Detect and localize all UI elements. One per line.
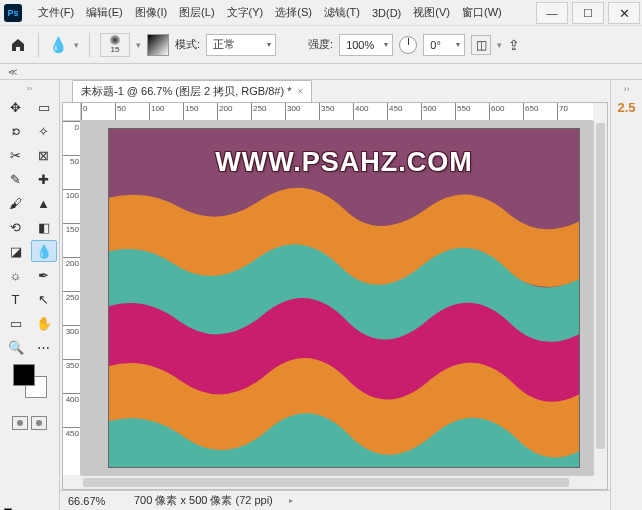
quickmask-mask-icon[interactable] (31, 416, 47, 430)
ruler-tick: 50 (63, 155, 80, 189)
heal-tool[interactable]: ✚ (31, 168, 57, 190)
edit-toolbar[interactable]: ⋯ (31, 336, 57, 358)
ruler-tick: 300 (63, 325, 80, 359)
collapse-strip[interactable]: ≪ (0, 64, 642, 80)
gradient-tool[interactable]: ◪ (3, 240, 29, 262)
foreground-color[interactable] (13, 364, 35, 386)
ruler-vertical[interactable]: 050100150200250300350400450 (63, 121, 81, 475)
options-bar: 💧 ▾ 15 ▾ 模式: 正常 强度: 100% 0° ◫ ▾ ⇪ (0, 26, 642, 64)
artwork (109, 129, 579, 467)
ruler-tick: 400 (63, 393, 80, 427)
menu-select[interactable]: 选择(S) (269, 2, 318, 23)
blend-gradient-icon[interactable] (147, 34, 169, 56)
dodge-tool[interactable]: ☼ (3, 264, 29, 286)
ruler-tick: 50 (115, 103, 149, 121)
status-dimensions[interactable]: 700 像素 x 500 像素 (72 ppi) (134, 493, 273, 508)
scrollbar-horizontal[interactable] (81, 475, 593, 489)
stamp-tool[interactable]: ▲ (31, 192, 57, 214)
minimize-button[interactable]: — (536, 2, 568, 24)
menu-type[interactable]: 文字(Y) (221, 2, 270, 23)
zoom-tool[interactable]: 🔍 (3, 336, 29, 358)
move-tool[interactable]: ✥ (3, 96, 29, 118)
ruler-tick: 650 (523, 103, 557, 121)
toolbox: ›› ✥ ▭ ᘰ ✧ ✂ ⊠ ✎ ✚ 🖌 ▲ ⟲ ◧ ◪ 💧 ☼ ✒ T ↖ ▭… (0, 80, 60, 510)
menu-image[interactable]: 图像(I) (129, 2, 173, 23)
menu-filter[interactable]: 滤镜(T) (318, 2, 366, 23)
window-controls: — ☐ ✕ (534, 0, 642, 26)
menu-layer[interactable]: 图层(L) (173, 2, 220, 23)
history-brush-tool[interactable]: ⟲ (3, 216, 29, 238)
ruler-tick: 150 (63, 223, 80, 257)
panel-value[interactable]: 2.5 (611, 100, 642, 115)
hand-tool[interactable]: ✋ (31, 312, 57, 334)
blur-tool[interactable]: 💧 (31, 240, 57, 262)
ruler-tick: 100 (149, 103, 183, 121)
tab-close-icon[interactable]: × (297, 86, 303, 97)
ruler-tick: 0 (63, 121, 80, 155)
ruler-tick: 200 (63, 257, 80, 291)
document-tab[interactable]: 未标题-1 @ 66.7% (图层 2 拷贝, RGB/8#) * × (72, 80, 312, 102)
canvas[interactable]: WWW.PSAHZ.COM (109, 129, 579, 467)
ruler-tick: 250 (63, 291, 80, 325)
lasso-tool[interactable]: ᘰ (3, 120, 29, 142)
toolbox-expand-icon[interactable]: ›› (20, 84, 40, 94)
workspace: ›› ✥ ▭ ᘰ ✧ ✂ ⊠ ✎ ✚ 🖌 ▲ ⟲ ◧ ◪ 💧 ☼ ✒ T ↖ ▭… (0, 80, 642, 510)
angle-input[interactable]: 0° (423, 34, 465, 56)
ruler-tick: 450 (63, 427, 80, 461)
menu-edit[interactable]: 编辑(E) (80, 2, 129, 23)
document-area: 未标题-1 @ 66.7% (图层 2 拷贝, RGB/8#) * × 0501… (60, 80, 610, 510)
ruler-tick: 550 (455, 103, 489, 121)
rectangle-tool[interactable]: ▭ (3, 312, 29, 334)
ruler-tick: 0 (81, 103, 115, 121)
ruler-tick: 350 (319, 103, 353, 121)
type-tool[interactable]: T (3, 288, 29, 310)
share-icon[interactable]: ⇪ (508, 37, 520, 53)
brush-size-value: 15 (111, 45, 120, 54)
crop-tool[interactable]: ✂ (3, 144, 29, 166)
scrollbar-vertical[interactable] (593, 121, 607, 475)
status-zoom[interactable]: 66.67% (68, 495, 118, 507)
ruler-tick: 450 (387, 103, 421, 121)
menu-3d[interactable]: 3D(D) (366, 4, 407, 22)
brush-preview[interactable]: 15 (100, 33, 130, 57)
right-panel: ›› 2.5 (610, 80, 642, 510)
close-button[interactable]: ✕ (608, 2, 640, 24)
ruler-tick: 70 (557, 103, 591, 121)
ruler-tick: 350 (63, 359, 80, 393)
ruler-tick: 300 (285, 103, 319, 121)
brush-tool[interactable]: 🖌 (3, 192, 29, 214)
blur-tool-icon: 💧 (49, 36, 68, 54)
ruler-tick: 200 (217, 103, 251, 121)
ruler-origin[interactable] (63, 103, 81, 121)
home-icon[interactable] (8, 35, 28, 55)
quickmask-standard-icon[interactable] (12, 416, 28, 430)
menu-window[interactable]: 窗口(W) (456, 2, 508, 23)
angle-dial[interactable] (399, 36, 417, 54)
status-chevron-icon[interactable]: ▸ (289, 496, 293, 505)
magic-wand-tool[interactable]: ✧ (31, 120, 57, 142)
menu-file[interactable]: 文件(F) (32, 2, 80, 23)
panel-collapse-icon[interactable]: ›› (611, 84, 642, 94)
menu-view[interactable]: 视图(V) (407, 2, 456, 23)
divider (89, 33, 90, 57)
chevron-left-icon: ≪ (8, 67, 17, 77)
pen-tool[interactable]: ✒ (31, 264, 57, 286)
path-select-tool[interactable]: ↖ (31, 288, 57, 310)
tablet-pressure-icon[interactable]: ◫ (471, 35, 491, 55)
color-swatches[interactable] (13, 364, 47, 398)
ruler-tick: 600 (489, 103, 523, 121)
mode-dropdown[interactable]: 正常 (206, 34, 276, 56)
eraser-tool[interactable]: ◧ (31, 216, 57, 238)
maximize-button[interactable]: ☐ (572, 2, 604, 24)
eyedropper-tool[interactable]: ✎ (3, 168, 29, 190)
frame-tool[interactable]: ⊠ (31, 144, 57, 166)
ruler-horizontal[interactable]: 0501001502002503003504004505005506006507… (81, 103, 593, 121)
ruler-tick: 500 (421, 103, 455, 121)
artboard-tool[interactable]: ▭ (31, 96, 57, 118)
canvas-viewport[interactable]: WWW.PSAHZ.COM (81, 121, 593, 475)
app-logo: Ps (4, 4, 22, 22)
ruler-tick: 100 (63, 189, 80, 223)
canvas-watermark-text: WWW.PSAHZ.COM (109, 147, 579, 178)
strength-dropdown[interactable]: 100% (339, 34, 393, 56)
ruler-tick: 150 (183, 103, 217, 121)
